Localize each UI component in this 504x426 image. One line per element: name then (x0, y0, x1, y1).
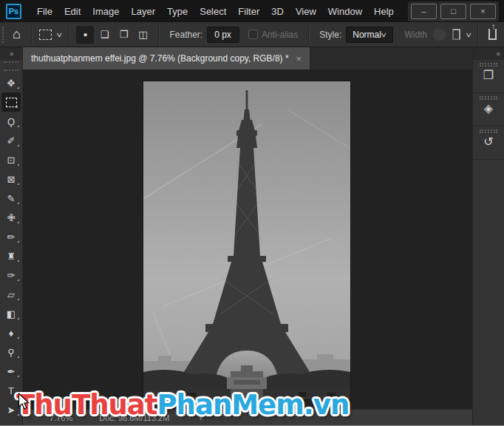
add-to-selection-button[interactable]: ❏ (95, 26, 113, 44)
photoshop-logo-icon: Ps (6, 4, 21, 19)
feather-label: Feather: (169, 30, 202, 40)
tool-glyph: ➤ (7, 405, 16, 416)
panel-dock: « ❒◈↺ (472, 47, 504, 425)
style-dropdown[interactable]: Normal ∨ (346, 27, 392, 43)
tool-glyph: ♦ (9, 328, 14, 339)
toolbar: » ✥Ϙ✐⊡⊠✎✙✏♜✑▱◧♦⚲✒T➤ (0, 47, 23, 425)
mouse-cursor (18, 393, 30, 410)
menu-view[interactable]: View (290, 0, 322, 22)
clone-stamp-tool[interactable]: ♜ (0, 246, 22, 266)
tool-preset-picker[interactable]: ∨ (38, 30, 64, 40)
close-button[interactable]: × (470, 4, 496, 19)
menu-3d[interactable]: 3D (265, 0, 290, 22)
marquee-preset-icon (39, 30, 52, 40)
layers-panel-icon: ◈ (484, 103, 493, 115)
history-brush-tool[interactable]: ✑ (0, 266, 22, 285)
tool-glyph: ✏ (7, 231, 16, 243)
anti-alias-label: Anti-alias (262, 30, 298, 40)
home-icon[interactable]: ⌂ (13, 27, 21, 42)
menu-bar: FileEditImageLayerTypeSelectFilter3DView… (31, 0, 400, 22)
watermark-blue-text: PhanMem.vn (157, 389, 350, 421)
maximize-button[interactable]: □ (440, 4, 466, 19)
divider (31, 25, 32, 44)
lasso-tool[interactable]: Ϙ (0, 112, 22, 131)
watermark-red-text: ThuThuat (16, 389, 157, 421)
history-panel-button[interactable]: ↺ (473, 126, 504, 160)
quick-selection-tool[interactable]: ✐ (0, 131, 22, 150)
eyedropper-tool[interactable]: ✎ (0, 189, 22, 208)
new-selection-button[interactable]: ▪ (76, 26, 94, 44)
options-bar-grip[interactable] (2, 27, 5, 43)
divider (69, 25, 69, 44)
move-tool[interactable]: ✥ (0, 73, 22, 92)
minimize-button[interactable]: – (411, 4, 437, 19)
tool-glyph: ⊡ (7, 155, 16, 166)
frame-tool[interactable]: ⊠ (0, 169, 22, 189)
eiffel-tower-photo[interactable] (143, 81, 350, 399)
panel-grip[interactable] (480, 63, 497, 67)
divider (158, 25, 159, 44)
menu-edit[interactable]: Edit (58, 0, 86, 22)
menu-window[interactable]: Window (322, 0, 368, 22)
window-controls: –□× (408, 1, 499, 21)
paint-bucket-tool[interactable]: ◧ (0, 304, 22, 323)
tool-glyph: ✎ (7, 193, 16, 204)
width-input (433, 29, 446, 41)
menu-type[interactable]: Type (161, 0, 194, 22)
divider (308, 25, 309, 44)
layers-panel-button[interactable]: ◈ (473, 93, 504, 126)
spot-healing-brush-tool[interactable]: ✙ (0, 208, 22, 227)
document-tab-bar: thuthuatphanmem effei.jpg @ 7.76% (Backg… (23, 47, 472, 70)
canvas[interactable] (23, 70, 472, 409)
document-tab[interactable]: thuthuatphanmem effei.jpg @ 7.76% (Backg… (23, 47, 310, 70)
menu-help[interactable]: Help (368, 0, 400, 22)
dock-collapse-button[interactable]: « (473, 47, 504, 60)
pen-tool[interactable]: ✒ (0, 362, 22, 381)
style-label: Style: (319, 30, 341, 40)
close-tab-icon[interactable]: × (296, 54, 302, 64)
crop-tool[interactable]: ⊡ (0, 150, 22, 169)
document-tab-title: thuthuatphanmem effei.jpg @ 7.76% (Backg… (31, 53, 289, 64)
panel-grip[interactable] (480, 96, 497, 100)
tool-list: ✥Ϙ✐⊡⊠✎✙✏♜✑▱◧♦⚲✒T➤ (0, 73, 22, 419)
tool-glyph: ▱ (7, 289, 15, 300)
select-and-mask-icon[interactable] (452, 29, 460, 40)
menu-file[interactable]: File (31, 0, 58, 22)
dock-panel-list: ❒◈↺ (473, 60, 504, 160)
panel-grip[interactable] (480, 129, 497, 133)
tool-glyph: ✙ (7, 212, 16, 223)
blur-tool[interactable]: ♦ (0, 323, 22, 342)
tool-glyph: Ϙ (7, 116, 15, 127)
tool-glyph: ⚲ (7, 347, 15, 358)
eraser-tool[interactable]: ▱ (0, 285, 22, 304)
libraries-panel-button[interactable]: ❒ (473, 60, 504, 93)
tool-glyph: ♜ (7, 251, 16, 262)
menu-layer[interactable]: Layer (126, 0, 162, 22)
feather-input[interactable]: 0 px (207, 27, 239, 43)
workspace: » ✥Ϙ✐⊡⊠✎✙✏♜✑▱◧♦⚲✒T➤ thuthuatphanmem effe… (0, 47, 504, 425)
dodge-tool[interactable]: ⚲ (0, 342, 22, 362)
title-bar: Ps FileEditImageLayerTypeSelectFilter3DV… (0, 0, 504, 22)
share-icon[interactable]: ↑ (488, 29, 497, 40)
tool-glyph: T (8, 385, 14, 396)
toolbar-grip[interactable] (4, 61, 18, 71)
chevron-down-icon[interactable]: ∨ (465, 31, 472, 38)
anti-alias-checkbox[interactable] (248, 30, 258, 39)
menu-select[interactable]: Select (194, 0, 232, 22)
brush-tool[interactable]: ✏ (0, 227, 22, 246)
tool-glyph: ✒ (7, 366, 16, 377)
rectangular-marquee-tool[interactable] (1, 92, 21, 112)
tool-glyph: ✐ (7, 135, 16, 146)
chevron-down-icon: ∨ (55, 31, 63, 38)
menu-filter[interactable]: Filter (232, 0, 265, 22)
tool-glyph: ◧ (7, 308, 16, 320)
history-panel-icon: ↺ (483, 136, 493, 148)
intersect-selection-button[interactable]: ◫ (134, 26, 151, 44)
menu-image[interactable]: Image (86, 0, 125, 22)
toolbar-collapse-button[interactable]: » (0, 47, 22, 60)
divider (477, 25, 478, 44)
libraries-panel-icon: ❒ (483, 70, 494, 81)
selection-mode-group: ▪❏❐◫ (75, 26, 152, 44)
subtract-from-selection-button[interactable]: ❐ (115, 26, 132, 44)
watermark: ThuThuatPhanMem.vn (16, 389, 349, 421)
